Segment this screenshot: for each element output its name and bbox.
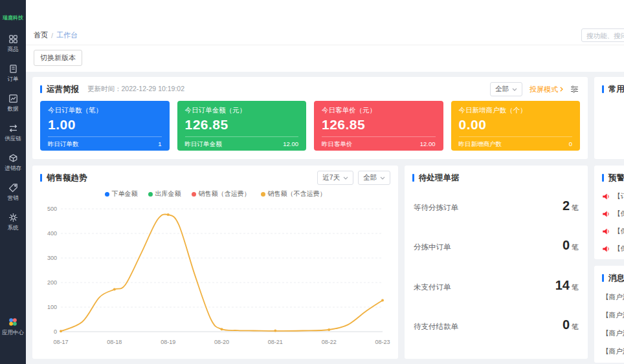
legend-item[interactable]: 销售额（含运费） [192,189,251,198]
stat-value: 126.85 [322,117,436,133]
notice-item[interactable]: 【商户注册】 [602,329,624,338]
stat-title: 今日客单价（元） [322,106,436,115]
search-box[interactable] [581,28,624,42]
pending-item-settlement[interactable]: 待支付结款单 0笔 [414,317,579,332]
breadcrumb-current: 工作台 [56,30,78,40]
alert-item[interactable]: 【保质期】 [602,244,624,253]
alarm-icon [602,193,610,200]
search-input[interactable] [586,32,624,39]
legend-item[interactable]: 下单金额 [105,189,138,198]
stat-card-new-merchants: 今日新增商户数（个） 0.00 昨日新增商户数0 [451,101,581,151]
stat-card-today-orders: 今日订单数（笔） 1.00 昨日订单数1 [40,101,170,151]
sidebar-item-label: 订单 [8,76,19,83]
alert-item[interactable]: 【订单】 [602,192,624,201]
alarm-icon [602,210,610,218]
svg-text:08-23: 08-23 [375,339,390,345]
alert-item[interactable]: 【保质期】 [602,227,624,236]
stat-value: 0.00 [459,117,573,133]
sidebar-item-label: 应用中心 [2,329,24,337]
trend-scope-select[interactable]: 全部 [358,171,390,185]
pending-item-unpaid[interactable]: 未支付订单 14笔 [414,278,579,293]
sidebar-item-label: 供应链 [5,135,21,143]
legend-dot [148,192,153,197]
screen-mode-button[interactable]: 投屏模式 [529,85,563,94]
system-gear-icon [8,213,18,222]
card-title: 预警信息 [608,173,624,184]
pending-docs-card: 待处理单据 等待分拣订单 2笔 分拣中订单 0笔 [405,166,588,359]
app-root: 瑞鹿科技 商品 订单 数据 供应链 进销存 [0,0,624,364]
stat-title: 今日订单金额（元） [185,106,299,115]
alarm-icon [602,228,610,235]
sidebar-item-app-center[interactable]: 应用中心 [2,317,24,337]
pending-unit: 笔 [572,204,579,211]
trend-range-select[interactable]: 近7天 [317,171,353,185]
legend-label: 销售额（含运费） [199,189,251,198]
stat-sub-label: 昨日客单价 [322,140,353,149]
select-value: 全部 [495,85,509,94]
app-logo: 瑞鹿科技 [1,0,25,29]
second-row: 销售额趋势 近7天 全部 下单金额出库金额销售额（含运费）销售额（不 [32,166,588,359]
notice-item[interactable]: 【商户注册】 [602,311,624,320]
switch-version-button[interactable]: 切换新版本 [34,50,82,66]
title-accent-bar [602,274,604,282]
pending-unit: 笔 [572,283,579,291]
sidebar-item-data[interactable]: 数据 [8,94,19,113]
stat-value: 1.00 [48,117,162,133]
stat-cards-row: 今日订单数（笔） 1.00 昨日订单数1 今日订单金额（元） 126.85 昨日… [40,101,580,151]
svg-text:0: 0 [54,328,57,335]
sidebar-item-label: 商品 [8,46,19,54]
stat-sub-value: 12.00 [420,140,436,149]
pending-label: 待支付结款单 [414,322,458,332]
subheader: 切换新版本 [26,45,624,72]
pending-item-awaiting-sorting[interactable]: 等待分拣订单 2笔 [414,198,579,213]
alerts-card: 预警信息 【订单】 【保质期】 【保质期】 [594,166,624,259]
svg-text:400: 400 [47,230,57,237]
sidebar-menu: 商品 订单 数据 供应链 进销存 营销 [5,34,21,232]
sidebar-item-inventory[interactable]: 进销存 [5,153,21,173]
alert-item[interactable]: 【保质期】 [602,209,624,219]
title-accent-bar [412,174,414,182]
svg-text:08-18: 08-18 [107,339,122,345]
pending-item-sorting[interactable]: 分拣中订单 0笔 [414,238,579,253]
navbar-right: 新手引导 [581,28,624,43]
legend-label: 出库金额 [155,189,181,198]
stat-title: 今日新增商户数（个） [459,106,573,115]
pending-value: 2 [563,198,570,213]
sidebar-item-orders[interactable]: 订单 [8,64,19,83]
alert-label: 【保质期】 [614,244,624,253]
card-title: 销售额趋势 [47,173,87,184]
breadcrumb: 首页 / 工作台 [34,30,78,40]
legend-label: 下单金额 [112,189,138,198]
sidebar-item-goods[interactable]: 商品 [8,34,19,54]
notice-item[interactable]: 【商户注册】 [602,293,624,302]
pending-unit: 笔 [572,323,579,330]
order-icon [8,64,18,74]
stat-sub-label: 昨日订单金额 [185,140,222,149]
stat-title: 今日订单数（笔） [48,106,162,115]
alert-label: 【订单】 [614,192,624,201]
svg-text:500: 500 [47,206,57,212]
legend-item[interactable]: 销售额（不含运费） [261,189,326,198]
notice-item[interactable]: 【商户注册】 [602,347,624,356]
notices-card: 消息通知 【商户注册】 【商户注册】 【商户注册】 【商户注册】 [594,266,624,363]
pending-label: 等待分拣订单 [414,203,458,213]
stat-sub-label: 昨日新增商户数 [459,140,502,149]
data-icon [8,94,18,103]
legend-item[interactable]: 出库金额 [148,189,181,198]
card-title: 消息通知 [608,273,624,284]
sidebar-item-supply-chain[interactable]: 供应链 [5,123,21,143]
filter-icon[interactable] [569,84,580,94]
svg-text:08-21: 08-21 [268,339,283,345]
brief-scope-select[interactable]: 全部 [490,82,522,96]
legend-dot [261,192,265,197]
screen-mode-label: 投屏模式 [529,85,558,94]
svg-text:08-17: 08-17 [53,339,68,345]
chevron-down-icon [380,177,385,180]
pending-value: 0 [563,238,570,252]
title-accent-bar [602,174,604,182]
sidebar-item-system[interactable]: 系统 [8,213,19,232]
sidebar-item-marketing[interactable]: 营销 [8,183,19,202]
pending-value: 0 [563,317,570,332]
breadcrumb-home[interactable]: 首页 [34,30,48,40]
sidebar-item-label: 系统 [8,224,19,232]
